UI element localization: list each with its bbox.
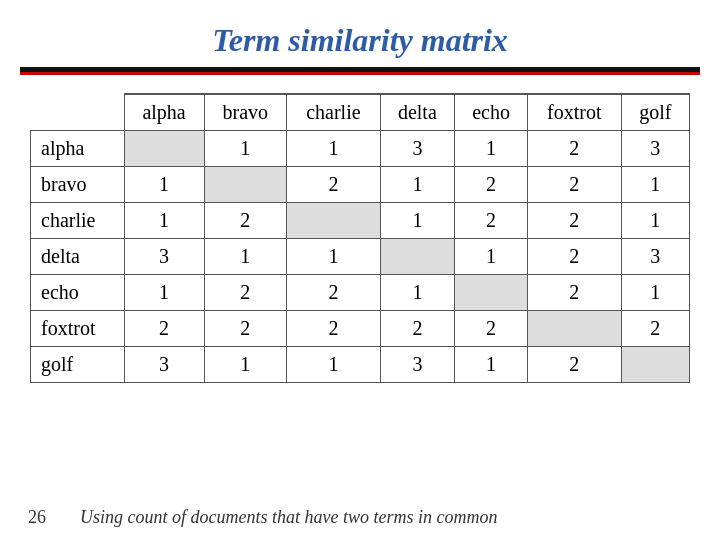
table-row: alpha113123: [31, 131, 690, 167]
row-label-golf: golf: [31, 347, 125, 383]
col-header-delta: delta: [380, 94, 454, 131]
cell-bravo-echo: 2: [455, 167, 528, 203]
cell-foxtrot-golf: 2: [621, 311, 689, 347]
cell-alpha-bravo: 1: [204, 131, 287, 167]
page-number: 26: [28, 507, 46, 528]
cell-golf-foxtrot: 2: [528, 347, 622, 383]
cell-delta-foxtrot: 2: [528, 239, 622, 275]
cell-echo-charlie: 2: [287, 275, 381, 311]
cell-alpha-golf: 3: [621, 131, 689, 167]
cell-echo-alpha: 1: [124, 275, 204, 311]
footer-note: Using count of documents that have two t…: [80, 507, 497, 528]
cell-bravo-charlie: 2: [287, 167, 381, 203]
table-row: golf311312: [31, 347, 690, 383]
cell-echo-delta: 1: [380, 275, 454, 311]
col-header-charlie: charlie: [287, 94, 381, 131]
cell-echo-foxtrot: 2: [528, 275, 622, 311]
table-row: bravo121221: [31, 167, 690, 203]
cell-charlie-echo: 2: [455, 203, 528, 239]
divider-bar: [20, 67, 700, 75]
cell-charlie-golf: 1: [621, 203, 689, 239]
similarity-matrix: alphabravocharliedeltaechofoxtrotgolf al…: [30, 93, 690, 383]
cell-alpha-delta: 3: [380, 131, 454, 167]
cell-alpha-alpha: [124, 131, 204, 167]
cell-bravo-alpha: 1: [124, 167, 204, 203]
cell-golf-bravo: 1: [204, 347, 287, 383]
cell-foxtrot-foxtrot: [528, 311, 622, 347]
row-label-charlie: charlie: [31, 203, 125, 239]
cell-delta-golf: 3: [621, 239, 689, 275]
matrix-container: alphabravocharliedeltaechofoxtrotgolf al…: [30, 93, 690, 383]
cell-alpha-foxtrot: 2: [528, 131, 622, 167]
cell-bravo-foxtrot: 2: [528, 167, 622, 203]
cell-charlie-alpha: 1: [124, 203, 204, 239]
cell-foxtrot-bravo: 2: [204, 311, 287, 347]
col-header-foxtrot: foxtrot: [528, 94, 622, 131]
cell-charlie-bravo: 2: [204, 203, 287, 239]
table-row: charlie121221: [31, 203, 690, 239]
row-label-foxtrot: foxtrot: [31, 311, 125, 347]
header-empty: [31, 94, 125, 131]
row-label-bravo: bravo: [31, 167, 125, 203]
cell-golf-golf: [621, 347, 689, 383]
col-header-alpha: alpha: [124, 94, 204, 131]
table-row: echo122121: [31, 275, 690, 311]
table-row: delta311123: [31, 239, 690, 275]
cell-alpha-charlie: 1: [287, 131, 381, 167]
col-header-bravo: bravo: [204, 94, 287, 131]
slide-title: Term similarity matrix: [0, 22, 720, 59]
cell-echo-bravo: 2: [204, 275, 287, 311]
cell-delta-echo: 1: [455, 239, 528, 275]
col-header-golf: golf: [621, 94, 689, 131]
cell-bravo-delta: 1: [380, 167, 454, 203]
cell-delta-alpha: 3: [124, 239, 204, 275]
row-label-delta: delta: [31, 239, 125, 275]
cell-foxtrot-charlie: 2: [287, 311, 381, 347]
cell-bravo-golf: 1: [621, 167, 689, 203]
cell-golf-alpha: 3: [124, 347, 204, 383]
row-label-echo: echo: [31, 275, 125, 311]
cell-delta-delta: [380, 239, 454, 275]
cell-charlie-delta: 1: [380, 203, 454, 239]
cell-charlie-charlie: [287, 203, 381, 239]
cell-charlie-foxtrot: 2: [528, 203, 622, 239]
cell-bravo-bravo: [204, 167, 287, 203]
col-header-echo: echo: [455, 94, 528, 131]
cell-echo-golf: 1: [621, 275, 689, 311]
red-bar: [20, 72, 700, 75]
header-row: alphabravocharliedeltaechofoxtrotgolf: [31, 94, 690, 131]
cell-golf-charlie: 1: [287, 347, 381, 383]
table-row: foxtrot222222: [31, 311, 690, 347]
title-area: Term similarity matrix: [0, 0, 720, 67]
cell-delta-bravo: 1: [204, 239, 287, 275]
slide: Term similarity matrix alphabravocharlie…: [0, 0, 720, 540]
row-label-alpha: alpha: [31, 131, 125, 167]
cell-alpha-echo: 1: [455, 131, 528, 167]
cell-foxtrot-delta: 2: [380, 311, 454, 347]
cell-echo-echo: [455, 275, 528, 311]
cell-golf-echo: 1: [455, 347, 528, 383]
cell-foxtrot-echo: 2: [455, 311, 528, 347]
cell-delta-charlie: 1: [287, 239, 381, 275]
cell-foxtrot-alpha: 2: [124, 311, 204, 347]
cell-golf-delta: 3: [380, 347, 454, 383]
